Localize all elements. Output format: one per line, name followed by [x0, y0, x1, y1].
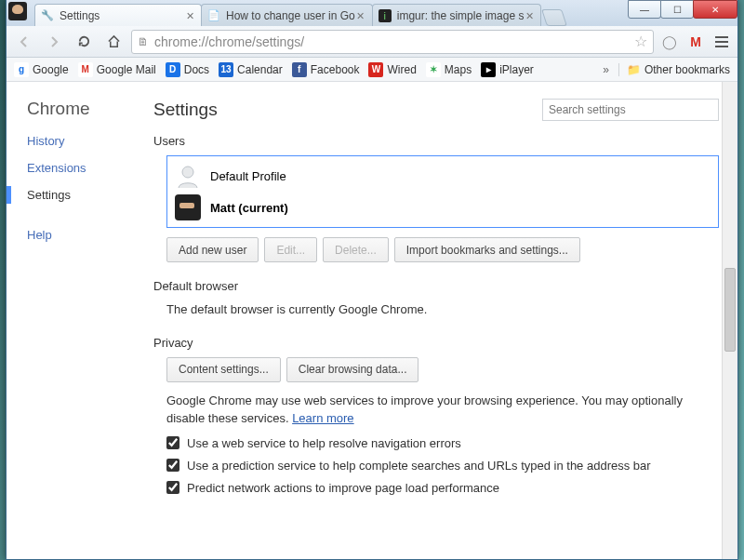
user-name: Default Profile: [210, 169, 286, 183]
extension-icon[interactable]: ◯: [659, 32, 680, 52]
bookmark-icon: ✶: [426, 62, 441, 77]
bookmark-label: Facebook: [311, 63, 360, 76]
url-input[interactable]: [154, 34, 634, 49]
user-name: Matt (current): [210, 201, 288, 215]
sidebar-item-extensions[interactable]: Extensions: [27, 161, 146, 175]
user-list[interactable]: Default Profile Matt (current): [166, 155, 719, 228]
sidebar-item-help[interactable]: Help: [27, 228, 146, 242]
bookmark-icon: 13: [219, 62, 233, 77]
home-button[interactable]: [101, 30, 126, 54]
browser-window: 🔧 Settings ✕ 📄 How to change user in Go …: [6, 0, 738, 560]
close-button[interactable]: ✕: [693, 0, 737, 19]
folder-icon: 📁: [627, 63, 641, 76]
bookmark-icon: D: [166, 62, 180, 77]
delete-user-button: Delete...: [323, 237, 389, 262]
scrollbar-thumb[interactable]: [724, 268, 736, 352]
new-tab-button[interactable]: [542, 9, 568, 26]
checkbox-label: Use a web service to help resolve naviga…: [187, 436, 461, 450]
bookmark-label: Google Mail: [97, 63, 156, 76]
imgur-icon: i: [379, 9, 392, 22]
search-settings-input[interactable]: [542, 99, 719, 121]
checkbox[interactable]: [166, 459, 179, 472]
privacy-check-network-predict[interactable]: Predict network actions to improve page …: [166, 481, 719, 495]
page-icon: 🗎: [138, 35, 149, 48]
section-users: Users Default Profile Matt (current): [153, 134, 719, 262]
checkbox-label: Predict network actions to improve page …: [187, 481, 499, 495]
bookmark-label: Calendar: [237, 63, 283, 76]
back-button[interactable]: [12, 30, 36, 54]
bookmark-icon: ▸: [481, 62, 496, 77]
bookmark-icon: g: [14, 62, 29, 77]
bookmark-item[interactable]: fFacebook: [292, 62, 360, 77]
close-icon[interactable]: ✕: [524, 10, 535, 21]
content-settings-button[interactable]: Content settings...: [166, 357, 281, 382]
star-icon[interactable]: ☆: [634, 33, 647, 50]
learn-more-link[interactable]: Learn more: [292, 411, 353, 425]
close-icon[interactable]: ✕: [355, 10, 366, 21]
page-title: Settings: [153, 100, 218, 120]
sidebar-item-history[interactable]: History: [27, 134, 146, 148]
privacy-check-prediction[interactable]: Use a prediction service to help complet…: [166, 459, 719, 473]
bookmark-item[interactable]: gGoogle: [14, 62, 69, 77]
tab-howto[interactable]: 📄 How to change user in Go ✕: [201, 4, 373, 26]
checkbox-label: Use a prediction service to help complet…: [187, 459, 651, 473]
bookmark-item[interactable]: 13Calendar: [219, 62, 283, 77]
user-row-current[interactable]: Matt (current): [167, 192, 718, 223]
privacy-description: Google Chrome may use web services to im…: [166, 392, 719, 428]
omnibox[interactable]: 🗎 ☆: [131, 30, 654, 54]
gmail-icon[interactable]: M: [685, 32, 706, 52]
bookmark-item[interactable]: DDocs: [166, 62, 209, 77]
menu-button[interactable]: [711, 32, 732, 52]
privacy-check-nav-errors[interactable]: Use a web service to help resolve naviga…: [166, 436, 719, 450]
tab-settings[interactable]: 🔧 Settings ✕: [34, 4, 202, 26]
other-bookmarks[interactable]: 📁 Other bookmarks: [618, 63, 730, 76]
settings-main: Settings Users Default Profile: [146, 82, 737, 559]
tab-label: Settings: [60, 9, 184, 22]
import-bookmarks-button[interactable]: Import bookmarks and settings...: [394, 237, 580, 262]
checkbox[interactable]: [166, 436, 179, 449]
bookmark-label: Maps: [445, 63, 472, 76]
bookmark-item[interactable]: MGoogle Mail: [78, 62, 156, 77]
bookmark-icon: W: [368, 62, 383, 77]
profile-badge-icon[interactable]: [8, 2, 27, 20]
other-bookmarks-label: Other bookmarks: [644, 63, 730, 76]
wrench-icon: 🔧: [41, 9, 54, 22]
checkbox[interactable]: [166, 481, 179, 494]
bookmark-item[interactable]: ✶Maps: [426, 62, 472, 77]
bookmark-item[interactable]: ▸iPlayer: [481, 62, 534, 77]
ninja-icon: [175, 194, 201, 220]
section-default-browser: Default browser The default browser is c…: [153, 279, 719, 319]
default-browser-text: The default browser is currently Google …: [166, 300, 719, 319]
window-controls: — ☐ ✕: [629, 0, 737, 19]
bookmark-icon: M: [78, 62, 93, 77]
add-user-button[interactable]: Add new user: [166, 237, 259, 262]
bookmark-item[interactable]: WWired: [368, 62, 416, 77]
overflow-icon[interactable]: »: [603, 63, 609, 76]
minimize-button[interactable]: —: [628, 0, 661, 19]
silhouette-icon: [175, 163, 201, 189]
bookmark-label: Google: [33, 63, 69, 76]
titlebar: 🔧 Settings ✕ 📄 How to change user in Go …: [7, 0, 737, 26]
svg-point-0: [182, 167, 193, 178]
section-title: Users: [153, 134, 719, 148]
clear-browsing-data-button[interactable]: Clear browsing data...: [286, 357, 419, 382]
section-title: Default browser: [153, 279, 719, 293]
tab-imgur[interactable]: i imgur: the simple image s ✕: [372, 4, 542, 26]
user-row[interactable]: Default Profile: [167, 160, 718, 192]
close-icon[interactable]: ✕: [184, 10, 195, 21]
scrollbar[interactable]: [722, 82, 737, 559]
sidebar: Chrome History Extensions Settings Help: [7, 82, 146, 559]
forward-button[interactable]: [42, 30, 66, 54]
page-icon: 📄: [207, 9, 220, 22]
maximize-button[interactable]: ☐: [660, 0, 694, 19]
reload-button[interactable]: [72, 30, 96, 54]
bookmark-label: iPlayer: [499, 63, 534, 76]
section-privacy: Privacy Content settings... Clear browsi…: [153, 336, 719, 495]
brand-title: Chrome: [27, 99, 146, 119]
tab-strip: 🔧 Settings ✕ 📄 How to change user in Go …: [34, 0, 565, 26]
sidebar-item-settings[interactable]: Settings: [27, 188, 146, 202]
bookmark-label: Docs: [184, 63, 209, 76]
tab-label: How to change user in Go: [226, 9, 355, 22]
bookmarks-bar: gGoogleMGoogle MailDDocs13CalendarfFaceb…: [7, 58, 737, 82]
bookmark-label: Wired: [387, 63, 416, 76]
